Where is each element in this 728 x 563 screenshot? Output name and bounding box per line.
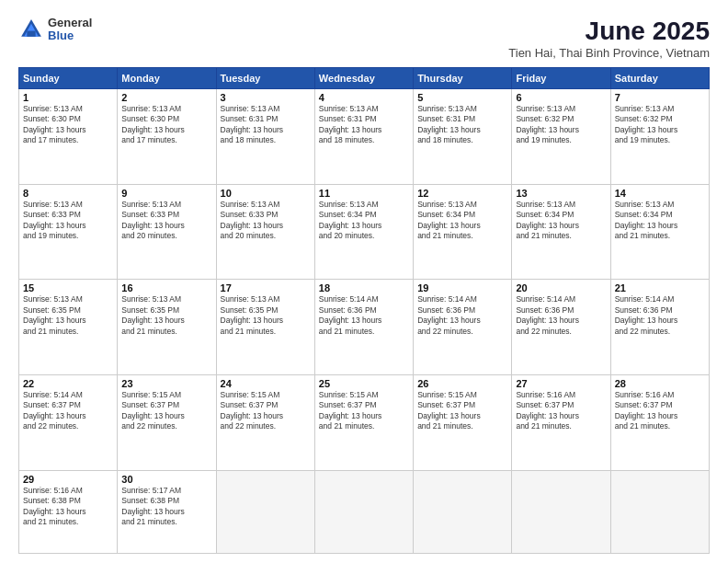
day-number: 18 <box>319 282 409 293</box>
day-number: 16 <box>121 282 211 293</box>
calendar-cell: 29Sunrise: 5:16 AM Sunset: 6:38 PM Dayli… <box>19 470 118 553</box>
logo-icon <box>18 17 44 42</box>
day-number: 25 <box>319 378 409 389</box>
day-info: Sunrise: 5:13 AM Sunset: 6:31 PM Dayligh… <box>417 104 507 146</box>
day-number: 11 <box>319 188 409 199</box>
title-block: June 2025 Tien Hai, Thai Binh Province, … <box>508 17 710 60</box>
header-cell-saturday: Saturday <box>610 68 709 89</box>
day-number: 2 <box>121 92 211 103</box>
calendar-cell: 10Sunrise: 5:13 AM Sunset: 6:33 PM Dayli… <box>216 184 314 280</box>
calendar-cell: 6Sunrise: 5:13 AM Sunset: 6:32 PM Daylig… <box>512 89 610 185</box>
day-info: Sunrise: 5:13 AM Sunset: 6:30 PM Dayligh… <box>121 104 211 146</box>
calendar-cell: 22Sunrise: 5:14 AM Sunset: 6:37 PM Dayli… <box>19 374 118 470</box>
day-number: 10 <box>221 188 311 199</box>
day-number: 26 <box>417 378 507 389</box>
day-number: 19 <box>417 282 507 293</box>
calendar-cell: 18Sunrise: 5:14 AM Sunset: 6:36 PM Dayli… <box>314 280 413 375</box>
day-info: Sunrise: 5:17 AM Sunset: 6:38 PM Dayligh… <box>121 486 211 528</box>
calendar-week-2: 8Sunrise: 5:13 AM Sunset: 6:33 PM Daylig… <box>19 184 710 280</box>
day-number: 13 <box>516 188 606 199</box>
header-cell-monday: Monday <box>118 68 216 89</box>
calendar-cell: 4Sunrise: 5:13 AM Sunset: 6:31 PM Daylig… <box>314 89 413 185</box>
svg-rect-2 <box>27 31 35 37</box>
day-info: Sunrise: 5:16 AM Sunset: 6:38 PM Dayligh… <box>23 486 113 528</box>
day-info: Sunrise: 5:13 AM Sunset: 6:33 PM Dayligh… <box>23 200 113 242</box>
calendar-table: SundayMondayTuesdayWednesdayThursdayFrid… <box>18 67 710 554</box>
day-number: 12 <box>417 188 507 199</box>
day-number: 8 <box>23 188 113 199</box>
calendar-cell: 15Sunrise: 5:13 AM Sunset: 6:35 PM Dayli… <box>19 280 118 375</box>
calendar-header-row: SundayMondayTuesdayWednesdayThursdayFrid… <box>19 68 710 89</box>
calendar-cell: 23Sunrise: 5:15 AM Sunset: 6:37 PM Dayli… <box>118 374 216 470</box>
day-info: Sunrise: 5:14 AM Sunset: 6:36 PM Dayligh… <box>516 294 606 337</box>
day-number: 14 <box>615 188 705 199</box>
day-number: 9 <box>121 188 211 199</box>
logo: General Blue <box>18 17 92 43</box>
day-info: Sunrise: 5:15 AM Sunset: 6:37 PM Dayligh… <box>417 390 507 432</box>
calendar-cell <box>314 470 413 553</box>
header-cell-friday: Friday <box>512 68 610 89</box>
day-info: Sunrise: 5:16 AM Sunset: 6:37 PM Dayligh… <box>615 390 705 432</box>
calendar-cell <box>512 470 610 553</box>
day-info: Sunrise: 5:13 AM Sunset: 6:34 PM Dayligh… <box>615 200 705 242</box>
header-cell-sunday: Sunday <box>19 68 118 89</box>
day-info: Sunrise: 5:15 AM Sunset: 6:37 PM Dayligh… <box>221 390 311 432</box>
calendar-cell: 12Sunrise: 5:13 AM Sunset: 6:34 PM Dayli… <box>414 184 512 280</box>
logo-line2: Blue <box>48 29 92 42</box>
calendar-cell: 1Sunrise: 5:13 AM Sunset: 6:30 PM Daylig… <box>19 89 118 185</box>
day-info: Sunrise: 5:13 AM Sunset: 6:35 PM Dayligh… <box>23 294 113 337</box>
day-info: Sunrise: 5:16 AM Sunset: 6:37 PM Dayligh… <box>516 390 606 432</box>
calendar-week-3: 15Sunrise: 5:13 AM Sunset: 6:35 PM Dayli… <box>19 280 710 375</box>
page: General Blue June 2025 Tien Hai, Thai Bi… <box>0 0 728 563</box>
calendar-cell: 11Sunrise: 5:13 AM Sunset: 6:34 PM Dayli… <box>314 184 413 280</box>
day-number: 24 <box>221 378 311 389</box>
day-info: Sunrise: 5:13 AM Sunset: 6:35 PM Dayligh… <box>121 294 211 337</box>
day-info: Sunrise: 5:13 AM Sunset: 6:34 PM Dayligh… <box>319 200 409 242</box>
day-info: Sunrise: 5:14 AM Sunset: 6:36 PM Dayligh… <box>615 294 705 337</box>
day-number: 15 <box>23 282 113 293</box>
calendar-subtitle: Tien Hai, Thai Binh Province, Vietnam <box>508 46 710 60</box>
calendar-cell: 2Sunrise: 5:13 AM Sunset: 6:30 PM Daylig… <box>118 89 216 185</box>
calendar-title: June 2025 <box>508 17 710 46</box>
day-number: 4 <box>319 92 409 103</box>
day-number: 28 <box>615 378 705 389</box>
header-cell-tuesday: Tuesday <box>216 68 314 89</box>
calendar-cell: 9Sunrise: 5:13 AM Sunset: 6:33 PM Daylig… <box>118 184 216 280</box>
day-number: 3 <box>221 92 311 103</box>
logo-text: General Blue <box>48 17 92 43</box>
calendar-cell: 3Sunrise: 5:13 AM Sunset: 6:31 PM Daylig… <box>216 89 314 185</box>
day-number: 17 <box>221 282 311 293</box>
calendar-cell: 14Sunrise: 5:13 AM Sunset: 6:34 PM Dayli… <box>610 184 709 280</box>
calendar-week-4: 22Sunrise: 5:14 AM Sunset: 6:37 PM Dayli… <box>19 374 710 470</box>
day-info: Sunrise: 5:13 AM Sunset: 6:33 PM Dayligh… <box>221 200 311 242</box>
calendar-cell: 27Sunrise: 5:16 AM Sunset: 6:37 PM Dayli… <box>512 374 610 470</box>
day-info: Sunrise: 5:13 AM Sunset: 6:30 PM Dayligh… <box>23 104 113 146</box>
day-number: 1 <box>23 92 113 103</box>
calendar-cell: 17Sunrise: 5:13 AM Sunset: 6:35 PM Dayli… <box>216 280 314 375</box>
calendar-cell: 28Sunrise: 5:16 AM Sunset: 6:37 PM Dayli… <box>610 374 709 470</box>
calendar-cell <box>414 470 512 553</box>
day-info: Sunrise: 5:13 AM Sunset: 6:31 PM Dayligh… <box>221 104 311 146</box>
day-number: 7 <box>615 92 705 103</box>
day-number: 5 <box>417 92 507 103</box>
day-number: 29 <box>23 474 113 485</box>
day-info: Sunrise: 5:15 AM Sunset: 6:37 PM Dayligh… <box>121 390 211 432</box>
day-info: Sunrise: 5:13 AM Sunset: 6:33 PM Dayligh… <box>121 200 211 242</box>
day-info: Sunrise: 5:14 AM Sunset: 6:36 PM Dayligh… <box>417 294 507 337</box>
day-info: Sunrise: 5:13 AM Sunset: 6:34 PM Dayligh… <box>417 200 507 242</box>
day-info: Sunrise: 5:14 AM Sunset: 6:37 PM Dayligh… <box>23 390 113 432</box>
calendar-cell: 13Sunrise: 5:13 AM Sunset: 6:34 PM Dayli… <box>512 184 610 280</box>
calendar-cell: 5Sunrise: 5:13 AM Sunset: 6:31 PM Daylig… <box>414 89 512 185</box>
calendar-cell <box>610 470 709 553</box>
calendar-week-5: 29Sunrise: 5:16 AM Sunset: 6:38 PM Dayli… <box>19 470 710 553</box>
day-number: 21 <box>615 282 705 293</box>
day-info: Sunrise: 5:13 AM Sunset: 6:32 PM Dayligh… <box>615 104 705 146</box>
day-info: Sunrise: 5:13 AM Sunset: 6:35 PM Dayligh… <box>221 294 311 337</box>
day-number: 27 <box>516 378 606 389</box>
day-number: 23 <box>121 378 211 389</box>
day-info: Sunrise: 5:15 AM Sunset: 6:37 PM Dayligh… <box>319 390 409 432</box>
day-info: Sunrise: 5:14 AM Sunset: 6:36 PM Dayligh… <box>319 294 409 337</box>
day-number: 22 <box>23 378 113 389</box>
calendar-cell: 26Sunrise: 5:15 AM Sunset: 6:37 PM Dayli… <box>414 374 512 470</box>
day-number: 20 <box>516 282 606 293</box>
